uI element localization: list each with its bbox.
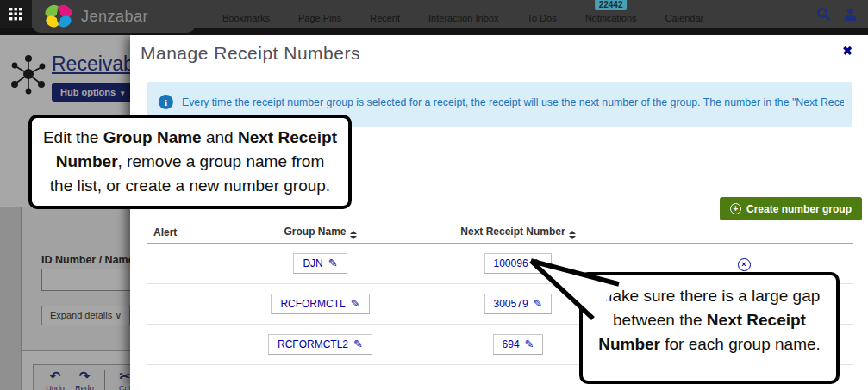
screen: Receivables Hub options▼ ID Number / Nam… [0,0,868,390]
nav-item-recent[interactable]: Recent [370,13,400,23]
remove-group-icon[interactable]: × [738,258,751,271]
callout-pointer-tail [521,253,624,322]
next-number-value: 694 [503,338,520,350]
nav-item-interaction-inbox[interactable]: Interaction Inbox [428,13,498,23]
modal-title: Manage Receipt Numbers [141,43,360,64]
sort-icon[interactable] [350,231,357,239]
brand-name: Jenzabar [81,8,148,26]
sort-icon[interactable] [569,231,576,239]
notifications-label: Notifications [585,13,637,23]
butterfly-logo-icon [42,3,75,29]
pencil-icon: ✎ [328,257,338,269]
user-profile-icon[interactable] [843,7,858,22]
callout-edit-instructions: Edit the Group Name and Next Receipt Num… [28,115,352,209]
close-icon[interactable]: ✖ [842,44,852,58]
header-next-receipt-number[interactable]: Next Receipt Number [402,222,634,243]
jenzabar-logo[interactable]: Jenzabar [32,0,196,33]
nav-item-bookmarks[interactable]: Bookmarks [222,13,270,23]
group-name-value: RCFORMCTL [280,298,345,310]
pencil-icon: ✎ [353,338,363,350]
header-next-number-label: Next Receipt Number [460,226,565,238]
nav-item-to-dos[interactable]: To Dos [527,13,556,23]
search-icon[interactable] [816,7,831,22]
edit-group-name-button[interactable]: RCFORMCTL2✎ [268,334,372,355]
alert-cell [147,283,239,324]
app-launcher-icon[interactable] [0,0,32,28]
header-actions [634,222,853,243]
nav-menu: Bookmarks Page Pins Recent Interaction I… [222,0,703,28]
create-number-group-button[interactable]: + Create number group [720,197,862,220]
edit-next-number-button[interactable]: 694✎ [493,334,544,355]
create-number-group-label: Create number group [746,203,852,215]
alert-cell [147,324,239,364]
header-alert: Alert [147,222,239,243]
info-icon: i [159,95,173,109]
edit-group-name-button[interactable]: DJN✎ [293,253,347,274]
header-group-name-label: Group Name [284,226,346,238]
edit-group-name-button[interactable]: RCFORMCTL✎ [271,294,369,314]
pencil-icon: ✎ [525,338,534,350]
table-header-row: Alert Group Name Next Receipt Number [147,222,853,243]
group-name-value: DJN [303,257,322,269]
plus-circle-icon: + [730,203,741,214]
header-group-name[interactable]: Group Name [239,222,402,243]
info-alert-text: Every time the receipt number group is s… [182,95,844,108]
alert-cell [147,243,239,283]
nav-item-calendar[interactable]: Calendar [665,13,704,23]
group-name-value: RCFORMCTL2 [278,338,348,350]
notifications-count-badge: 22442 [595,0,628,10]
pencil-icon: ✎ [351,298,360,309]
nav-item-notifications[interactable]: 22442Notifications [585,13,637,23]
nav-item-page-pins[interactable]: Page Pins [298,13,341,23]
